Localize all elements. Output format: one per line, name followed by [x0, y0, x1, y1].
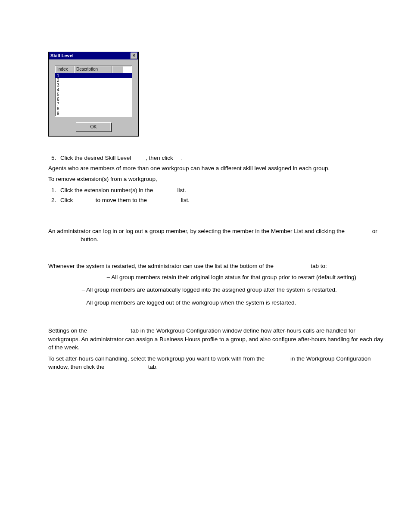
list-header: Index Description [55, 66, 132, 73]
step-5: Click the desired Skill Level , then cli… [58, 154, 385, 162]
paragraph: An administrator can log in or log out a… [48, 227, 385, 244]
paragraph: Settings on the tab in the Workgroup Con… [48, 327, 385, 352]
header-description: Description [74, 66, 112, 73]
list-item[interactable]: 3 [55, 83, 132, 87]
header-index: Index [55, 66, 74, 73]
list-item[interactable]: 4 [55, 87, 132, 92]
paragraph: Agents who are members of more than one … [48, 164, 385, 173]
paragraph: To set after-hours call handling, select… [48, 355, 385, 371]
dialog-title: Skill Level [50, 53, 131, 59]
header-blank [112, 66, 123, 73]
bullet-item: – All group members retain their origina… [57, 273, 385, 282]
paragraph: Whenever the system is restarted, the ad… [48, 262, 385, 271]
bullet-item: – All group members are logged out of th… [57, 299, 385, 307]
step-1: Click the extension number(s) in the lis… [58, 186, 385, 195]
list-item[interactable]: 9 [55, 111, 132, 116]
skill-level-listbox[interactable]: Index Description 1 2 3 4 5 6 7 8 9 [55, 65, 132, 117]
skill-level-dialog: Skill Level ✕ Index Description 1 2 3 4 … [48, 52, 139, 137]
list-item[interactable]: 2 [55, 78, 132, 83]
list-item[interactable]: 5 [55, 92, 132, 97]
paragraph: To remove extension(s) from a workgroup, [48, 175, 385, 184]
step-2: Click to move them to the list. [58, 196, 385, 205]
list-item[interactable]: 7 [55, 102, 132, 106]
titlebar: Skill Level ✕ [49, 52, 138, 59]
close-icon[interactable]: ✕ [131, 53, 137, 59]
list-item[interactable]: 8 [55, 106, 132, 111]
ok-button[interactable]: OK [76, 122, 111, 132]
list-item[interactable]: 1 [55, 73, 132, 78]
list-item[interactable]: 6 [55, 97, 132, 102]
bullet-item: – All group members are automatically lo… [57, 286, 385, 294]
